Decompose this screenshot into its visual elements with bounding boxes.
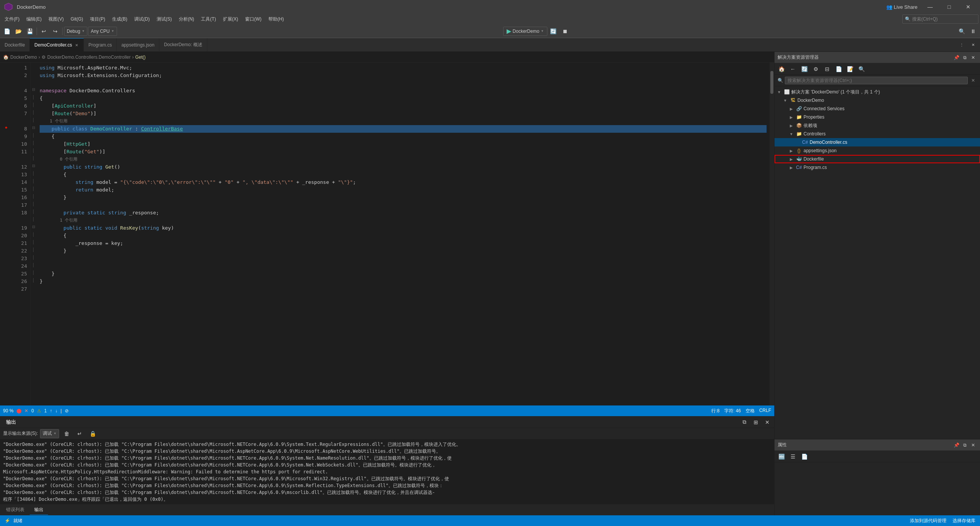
sort-up: ↑ [50, 408, 52, 413]
output-panel-close[interactable]: ✕ [762, 417, 773, 428]
toolbar-redo[interactable]: ↪ [50, 26, 61, 37]
code-line-24 [40, 262, 767, 270]
tab-appsettings[interactable]: appsettings.json [117, 38, 159, 52]
output-panel-dock[interactable]: ⊞ [751, 417, 761, 428]
debug-mode-arrow: ▼ [82, 29, 85, 33]
global-search[interactable]: 🔍 搜索(Ctrl+Q) [902, 14, 978, 24]
add-to-source-control[interactable]: 添加到源代码管理 [910, 518, 946, 524]
sol-collapse[interactable]: ⊟ [822, 64, 832, 74]
menu-build[interactable]: 生成(B) [109, 15, 130, 23]
code-editor[interactable]: using Microsoft.AspNetCore.Mvc; using Mi… [37, 63, 770, 405]
search-icon: 🔍 [905, 16, 911, 22]
panel-pin-button[interactable]: 📌 [953, 54, 960, 61]
gutter-17 [0, 200, 12, 208]
gutter-11 [0, 146, 12, 154]
tree-program[interactable]: ▶ C# Program.cs [775, 163, 980, 172]
tab-output[interactable]: 输出 [30, 505, 48, 515]
toolbar-undo[interactable]: ↩ [38, 26, 49, 37]
scrollbar-thumb[interactable] [770, 71, 773, 94]
toolbar-breakpoints[interactable]: ⏸ [968, 26, 978, 37]
props-sort-cat[interactable]: ☰ [788, 451, 798, 462]
toolbar-restart[interactable]: 🔄 [548, 26, 559, 37]
sol-show-all[interactable]: 📄 [833, 64, 844, 74]
solution-search-close[interactable]: ✕ [969, 77, 977, 84]
props-pages[interactable]: 📄 [799, 451, 810, 462]
tab-program[interactable]: Program.cs [84, 38, 117, 52]
tree-appsettings[interactable]: ▶ {} appsettings.json [775, 146, 980, 155]
live-share-button[interactable]: 👥 Live Share [884, 3, 920, 11]
menu-tools[interactable]: 工具(T) [198, 15, 219, 23]
tab-democontroller[interactable]: DemoController.cs ✕ [30, 38, 84, 52]
menu-git[interactable]: Git(G) [67, 16, 86, 23]
tree-dependencies[interactable]: ▶ 📦 依赖项 [775, 121, 980, 130]
sep2 [62, 27, 63, 35]
tab-action-close-all[interactable]: ✕ [968, 40, 978, 50]
editor-scrollbar[interactable] [770, 63, 774, 405]
close-button[interactable]: ✕ [959, 0, 977, 14]
fold-19: ⊟ [30, 223, 37, 230]
toolbar-open[interactable]: 📂 [13, 26, 24, 37]
toolbar-new[interactable]: 📄 [2, 26, 12, 37]
solution-search-input[interactable] [785, 77, 968, 84]
properties-close[interactable]: ✕ [969, 441, 977, 449]
properties-panel-header: 属性 📌 ⧉ ✕ [775, 439, 980, 451]
properties-float[interactable]: ⧉ [961, 441, 969, 449]
tree-connected-services[interactable]: ▶ 🔗 Connected Services [775, 105, 980, 113]
sol-pending-changes[interactable]: 📝 [845, 64, 855, 74]
output-scroll-lock[interactable]: 🔒 [87, 428, 98, 439]
menu-analyze[interactable]: 分析(N) [176, 15, 197, 23]
output-word-wrap[interactable]: ↵ [74, 428, 85, 439]
breadcrumb-namespace-icon: ⚙ [42, 55, 46, 60]
menu-view[interactable]: 视图(V) [45, 15, 67, 23]
tree-project[interactable]: ▼ 🏗 DockerDemo [775, 96, 980, 105]
editor-body: ● [0, 63, 774, 405]
sol-refresh[interactable]: 🔄 [799, 64, 810, 74]
properties-pin[interactable]: 📌 [953, 441, 960, 449]
sol-back[interactable]: ← [788, 64, 798, 74]
menu-bar: 文件(F) 编辑(E) 视图(V) Git(G) 项目(P) 生成(B) 调试(… [0, 14, 980, 24]
menu-window[interactable]: 窗口(W) [242, 15, 265, 23]
maximize-button[interactable]: □ [940, 0, 958, 14]
tree-democontroller[interactable]: C# DemoController.cs [775, 138, 980, 146]
menu-test[interactable]: 测试(S) [154, 15, 175, 23]
tab-errors-list[interactable]: 错误列表 [2, 505, 29, 515]
tab-democontroller-close[interactable]: ✕ [74, 43, 79, 48]
tree-dockerfile[interactable]: ▶ 🐳 Dockerfile [775, 155, 980, 163]
sol-search-toggle[interactable]: 🔍 [856, 64, 867, 74]
run-button[interactable]: ▶ DockerDemo ▼ [503, 27, 547, 36]
menu-edit[interactable]: 编辑(E) [23, 15, 45, 23]
sol-home[interactable]: 🏠 [776, 64, 787, 74]
tab-dockerdemo-overview[interactable]: DockerDemo: 概述 [159, 38, 207, 52]
menu-debug[interactable]: 调试(D) [131, 15, 153, 23]
minimize-button[interactable]: — [921, 0, 939, 14]
output-source-dropdown[interactable]: 调试 ▼ [40, 429, 59, 438]
sol-filter[interactable]: ⚙ [810, 64, 821, 74]
tree-solution[interactable]: ▼ ⬜ 解决方案 'DockerDemo' (1 个项目，共 1 个) [775, 88, 980, 96]
tree-properties[interactable]: ▶ 📁 Properties [775, 113, 980, 121]
tab-actions: ⋮ ✕ [956, 40, 980, 50]
code-line-13: { [40, 171, 767, 179]
select-repo[interactable]: 选择存储库 [953, 518, 975, 524]
menu-help[interactable]: 帮助(H) [265, 15, 287, 23]
output-panel-float[interactable]: ⧉ [739, 417, 750, 428]
tab-action-split[interactable]: ⋮ [956, 40, 967, 50]
props-sort-alpha[interactable]: 🔤 [776, 451, 787, 462]
tree-controllers[interactable]: ▼ 📁 Controllers [775, 130, 980, 138]
output-clear[interactable]: 🗑 [61, 428, 72, 439]
democontroller-chevron [794, 139, 800, 145]
tab-dockerfile[interactable]: Dockerfile [0, 38, 30, 52]
menu-extensions[interactable]: 扩展(X) [220, 15, 241, 23]
code-line-8: public class DemoController : Controller… [40, 125, 767, 133]
fold-18r: │ [30, 215, 37, 223]
output-line-9: 程序「[34864] DockerDemo.exe」程序跟踪「已退出，返回值为 … [3, 496, 771, 503]
debug-mode-dropdown[interactable]: Debug ▼ [64, 27, 87, 36]
panel-close-button[interactable]: ✕ [969, 54, 977, 61]
platform-dropdown[interactable]: Any CPU ▼ [88, 27, 117, 36]
panel-float-button[interactable]: ⧉ [961, 54, 969, 61]
menu-file[interactable]: 文件(F) [2, 15, 22, 23]
toolbar-stop[interactable]: ⏹ [560, 26, 570, 37]
menu-project[interactable]: 项目(P) [87, 15, 108, 23]
run-icon: ▶ [507, 27, 511, 35]
toolbar-search-code[interactable]: 🔍 [956, 26, 967, 37]
toolbar-save[interactable]: 💾 [24, 26, 35, 37]
